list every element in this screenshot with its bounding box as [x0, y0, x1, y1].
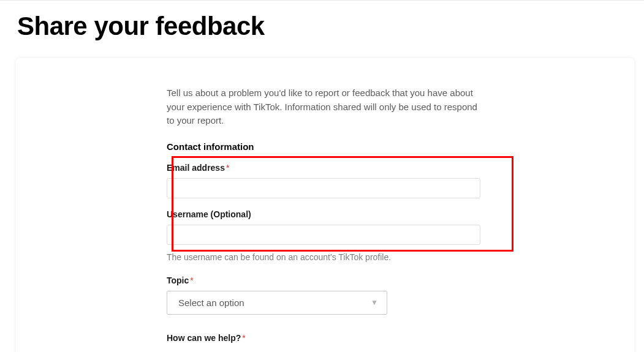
topic-field-block: Topic* Select an option ▼	[167, 275, 480, 315]
feedback-card: Tell us about a problem you'd like to re…	[16, 58, 634, 352]
username-help-text: The username can be found on an account'…	[167, 252, 480, 262]
intro-text: Tell us about a problem you'd like to re…	[167, 86, 480, 128]
email-input[interactable]	[167, 178, 480, 198]
topic-select[interactable]: Select an option ▼	[167, 291, 387, 315]
help-label-text: How can we help?	[167, 333, 241, 343]
topic-label-text: Topic	[167, 275, 189, 285]
required-mark: *	[226, 163, 229, 173]
chevron-down-icon: ▼	[371, 298, 378, 307]
username-input[interactable]	[167, 225, 480, 245]
contact-heading: Contact information	[167, 141, 480, 152]
help-field-block: How can we help?*	[167, 333, 480, 343]
email-field-block: Email address*	[167, 163, 480, 198]
page-title: Share your feedback	[17, 12, 644, 41]
email-label-text: Email address	[167, 163, 225, 173]
help-label: How can we help?*	[167, 333, 480, 343]
topic-select-placeholder: Select an option	[178, 298, 244, 308]
required-mark: *	[242, 333, 245, 343]
username-field-block: Username (Optional)	[167, 209, 480, 245]
topic-label: Topic*	[167, 275, 480, 285]
required-mark: *	[190, 275, 193, 285]
username-label: Username (Optional)	[167, 209, 480, 219]
email-label: Email address*	[167, 163, 480, 173]
